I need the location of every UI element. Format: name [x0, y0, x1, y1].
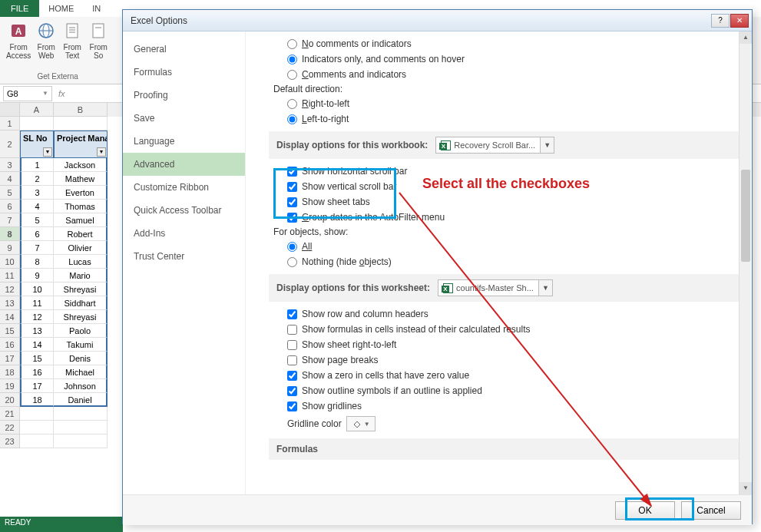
sidebar-item-add-ins[interactable]: Add-Ins	[123, 222, 245, 245]
cell[interactable]: 4	[20, 200, 54, 213]
sidebar-item-trust-center[interactable]: Trust Center	[123, 245, 245, 268]
cell[interactable]: 11	[20, 296, 54, 310]
cell[interactable]: 12	[20, 310, 54, 324]
col-header-b[interactable]: B	[54, 103, 108, 117]
radio-comments-indicators[interactable]: Comments and indicators	[269, 67, 739, 82]
cell[interactable]: Johnson	[54, 379, 108, 393]
check-sheet-tabs[interactable]: Show sheet tabs	[269, 194, 739, 210]
cell[interactable]: 8	[20, 255, 54, 269]
radio-indicators-only[interactable]: Indicators only, and comments on hover	[269, 51, 739, 67]
cell[interactable]: 2	[20, 172, 54, 186]
header-manager[interactable]: Project Manager▼	[54, 131, 108, 158]
cell[interactable]: 7	[20, 241, 54, 255]
row-header[interactable]: 23	[0, 435, 20, 448]
name-box[interactable]: G8▼	[3, 86, 52, 101]
from-text-button[interactable]: From Text	[61, 20, 83, 60]
row-header[interactable]: 10	[0, 255, 20, 269]
check-gridlines[interactable]: Show gridlines	[269, 398, 739, 414]
from-web-button[interactable]: From Web	[35, 20, 57, 60]
cell[interactable]: Daniel	[54, 393, 108, 407]
cell[interactable]: 10	[20, 283, 54, 296]
row-header[interactable]: 4	[0, 172, 20, 186]
check-outline[interactable]: Show outline symbols if an outline is ap…	[269, 383, 739, 398]
row-header[interactable]: 12	[0, 283, 20, 296]
row-header[interactable]: 5	[0, 186, 20, 200]
row-header[interactable]: 16	[0, 338, 20, 352]
row-header[interactable]: 14	[0, 310, 20, 324]
cell[interactable]: Jackson	[54, 158, 108, 172]
scroll-down-icon[interactable]: ▼	[739, 482, 752, 494]
cell[interactable]: Shreyasi	[54, 310, 108, 324]
row-header[interactable]: 9	[0, 241, 20, 255]
cell[interactable]: 5	[20, 213, 54, 227]
tab-file[interactable]: FILE	[0, 0, 39, 17]
sidebar-item-general[interactable]: General	[123, 38, 245, 61]
row-header[interactable]: 22	[0, 421, 20, 435]
check-headers[interactable]: Show row and column headers	[269, 306, 739, 322]
sidebar-item-language[interactable]: Language	[123, 130, 245, 153]
cell[interactable]: Shreyasi	[54, 283, 108, 296]
check-group-dates[interactable]: Group dates in the AutoFilter menu	[269, 210, 739, 225]
from-sources-button[interactable]: From So	[88, 20, 109, 60]
cell[interactable]: Robert	[54, 227, 108, 241]
cell[interactable]: 15	[20, 352, 54, 365]
cell[interactable]: 13	[20, 324, 54, 338]
cell[interactable]	[20, 407, 54, 421]
cell[interactable]: Takumi	[54, 338, 108, 352]
tab-insert[interactable]: IN	[83, 1, 110, 16]
cell[interactable]	[20, 421, 54, 435]
cell[interactable]: Michael	[54, 365, 108, 379]
row-header[interactable]: 21	[0, 407, 20, 421]
cell[interactable]: Lucas	[54, 255, 108, 269]
check-page-breaks[interactable]: Show page breaks	[269, 352, 739, 368]
radio-no-comments[interactable]: NNo comments or indicatorso comments or …	[269, 36, 739, 51]
radio-rtl[interactable]: Right-to-left	[269, 96, 739, 111]
ok-button[interactable]: OK	[615, 501, 675, 520]
cell[interactable]: 6	[20, 227, 54, 241]
cell[interactable]: Samuel	[54, 213, 108, 227]
check-formulas[interactable]: Show formulas in cells instead of their …	[269, 322, 739, 337]
row-header[interactable]: 6	[0, 200, 20, 213]
row-header[interactable]: 7	[0, 213, 20, 227]
tab-home[interactable]: HOME	[39, 1, 83, 16]
sidebar-item-customize-ribbon[interactable]: Customize Ribbon	[123, 176, 245, 199]
row-header[interactable]: 17	[0, 352, 20, 365]
help-button[interactable]: ?	[711, 14, 730, 28]
cell[interactable]	[54, 407, 108, 421]
cell[interactable]	[20, 435, 54, 448]
cell[interactable]: Siddhart	[54, 296, 108, 310]
workbook-combo[interactable]: Recovery Scroll Bar... ▼	[435, 137, 554, 154]
cell[interactable]	[54, 117, 108, 131]
cell[interactable]: 17	[20, 379, 54, 393]
check-zero[interactable]: Show a zero in cells that have zero valu…	[269, 368, 739, 383]
row-header[interactable]: 2	[0, 131, 20, 158]
row-header[interactable]: 19	[0, 379, 20, 393]
gridline-color-picker[interactable]: ▼	[346, 416, 376, 431]
cell[interactable]: Mario	[54, 269, 108, 283]
filter-icon[interactable]: ▼	[43, 147, 52, 157]
row-header[interactable]: 15	[0, 324, 20, 338]
cancel-button[interactable]: Cancel	[681, 501, 741, 520]
sidebar-item-save[interactable]: Save	[123, 107, 245, 130]
cell[interactable]: Olivier	[54, 241, 108, 255]
dialog-titlebar[interactable]: Excel Options ? ✕	[123, 10, 752, 31]
row-header[interactable]: 1	[0, 117, 20, 131]
check-sheet-rtl[interactable]: Show sheet right-to-left	[269, 337, 739, 352]
from-access-button[interactable]: A From Access	[6, 20, 31, 60]
content-scrollbar[interactable]: ▲ ▼	[739, 31, 751, 494]
row-header[interactable]: 20	[0, 393, 20, 407]
row-header[interactable]: 18	[0, 365, 20, 379]
radio-all[interactable]: All	[269, 239, 739, 254]
cell[interactable]: Mathew	[54, 172, 108, 186]
cell[interactable]: Everton	[54, 186, 108, 200]
sidebar-item-advanced[interactable]: Advanced	[123, 153, 245, 176]
scroll-thumb[interactable]	[741, 170, 750, 262]
cell[interactable]: 1	[20, 158, 54, 172]
radio-ltr[interactable]: Left-to-right	[269, 111, 739, 127]
cell[interactable]: 9	[20, 269, 54, 283]
row-header[interactable]: 8	[0, 227, 20, 241]
cell[interactable]: Denis	[54, 352, 108, 365]
cell[interactable]	[20, 117, 54, 131]
select-all-corner[interactable]	[0, 103, 20, 117]
filter-icon[interactable]: ▼	[97, 147, 106, 157]
